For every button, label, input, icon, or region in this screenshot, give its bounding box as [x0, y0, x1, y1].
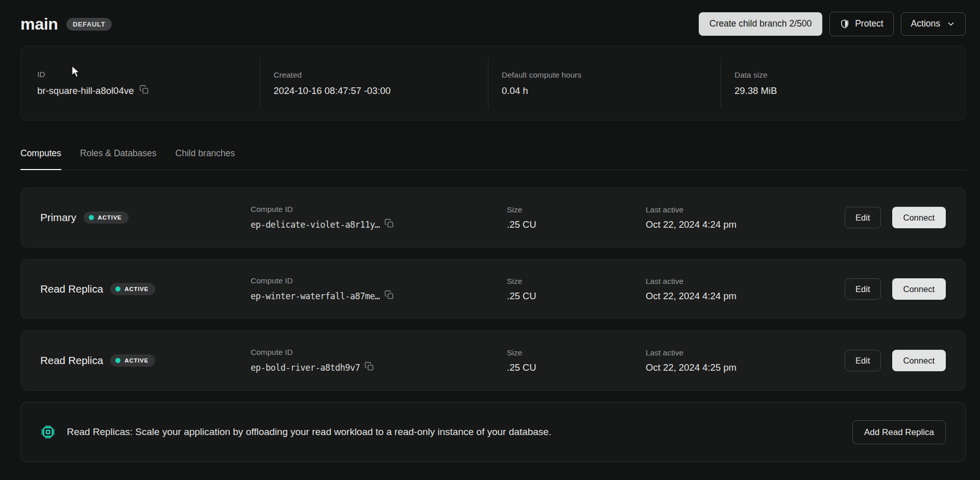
- status-badge: ACTIVE: [84, 211, 129, 224]
- protect-label: Protect: [855, 19, 883, 29]
- field-label: Created: [274, 70, 488, 80]
- page-header: main DEFAULT Create child branch 2/500 P…: [20, 12, 966, 36]
- meta-field-id: ID br-square-hill-a8ol04ve: [21, 58, 260, 109]
- data-size-value: 29.38 MiB: [734, 85, 965, 97]
- compute-name: Primary: [40, 211, 77, 224]
- status-label: ACTIVE: [125, 357, 149, 364]
- compute-row: Read Replica ACTIVE Compute ID ep-winter…: [20, 259, 966, 319]
- branch-id-value: br-square-hill-a8ol04ve: [37, 85, 134, 97]
- row-actions: Edit Connect: [845, 350, 946, 372]
- meta-field-data-size: Data size 29.38 MiB: [721, 58, 965, 109]
- size-value: .25 CU: [507, 362, 646, 373]
- compute-id-value: ep-delicate-violet-a8r11y…: [251, 220, 380, 230]
- last-active-cell: Last active Oct 22, 2024 4:25 pm: [646, 348, 845, 373]
- tab-roles-databases[interactable]: Roles & Databases: [80, 148, 157, 170]
- status-dot-icon: [115, 286, 120, 292]
- copy-icon[interactable]: [384, 290, 394, 302]
- edit-button[interactable]: Edit: [845, 278, 880, 300]
- last-active-value: Oct 22, 2024 4:25 pm: [646, 362, 845, 373]
- status-dot-icon: [89, 215, 94, 220]
- tab-child-branches[interactable]: Child branches: [176, 148, 235, 170]
- compute-name-cell: Primary ACTIVE: [40, 211, 251, 224]
- size-column-label: Size: [507, 348, 646, 357]
- status-dot-icon: [115, 358, 120, 363]
- computes-list: Primary ACTIVE Compute ID ep-delicate-vi…: [20, 187, 966, 391]
- compute-name: Read Replica: [40, 354, 103, 367]
- compute-id-cell: Compute ID ep-delicate-violet-a8r11y…: [251, 205, 507, 231]
- actions-label: Actions: [911, 19, 940, 29]
- edit-button[interactable]: Edit: [845, 207, 880, 229]
- compute-id-cell: Compute ID ep-winter-waterfall-a87me…: [251, 276, 507, 302]
- last-active-column-label: Last active: [646, 348, 845, 357]
- field-label: Data size: [734, 70, 965, 80]
- branch-meta-card: ID br-square-hill-a8ol04ve Created 2024-…: [20, 46, 966, 121]
- row-actions: Edit Connect: [845, 278, 946, 300]
- compute-id-column-label: Compute ID: [251, 276, 507, 285]
- status-label: ACTIVE: [98, 214, 122, 221]
- protect-button[interactable]: Protect: [829, 12, 893, 36]
- last-active-column-label: Last active: [646, 277, 845, 286]
- chip-icon: [40, 424, 56, 440]
- connect-button[interactable]: Connect: [892, 278, 946, 300]
- chevron-down-icon: [946, 19, 955, 29]
- copy-icon[interactable]: [384, 219, 394, 231]
- size-cell: Size .25 CU: [507, 205, 646, 230]
- size-cell: Size .25 CU: [507, 277, 646, 302]
- compute-id-column-label: Compute ID: [251, 348, 507, 357]
- copy-icon[interactable]: [139, 85, 149, 97]
- meta-field-compute-hours: Default compute hours 0.04 h: [488, 58, 721, 109]
- header-actions: Create child branch 2/500 Protect Action…: [699, 12, 966, 36]
- add-read-replica-button[interactable]: Add Read Replica: [852, 420, 946, 444]
- last-active-value: Oct 22, 2024 4:24 pm: [646, 291, 845, 302]
- compute-hours-value: 0.04 h: [502, 85, 721, 97]
- read-replica-description: Read Replicas: Scale your application by…: [67, 426, 551, 438]
- last-active-cell: Last active Oct 22, 2024 4:24 pm: [646, 277, 845, 302]
- edit-button[interactable]: Edit: [845, 350, 880, 372]
- created-value: 2024-10-16 08:47:57 -03:00: [274, 85, 488, 97]
- status-badge: ACTIVE: [110, 354, 155, 367]
- status-label: ACTIVE: [125, 286, 149, 292]
- actions-button[interactable]: Actions: [901, 12, 966, 36]
- compute-id-column-label: Compute ID: [251, 205, 507, 214]
- tab-computes[interactable]: Computes: [20, 148, 61, 170]
- size-value: .25 CU: [507, 291, 646, 302]
- field-label: Default compute hours: [502, 70, 721, 80]
- compute-row: Read Replica ACTIVE Compute ID ep-bold-r…: [20, 330, 966, 391]
- branch-page: main DEFAULT Create child branch 2/500 P…: [20, 0, 966, 462]
- compute-id-value: ep-winter-waterfall-a87me…: [251, 291, 380, 301]
- page-title: main: [20, 15, 58, 34]
- size-cell: Size .25 CU: [507, 348, 646, 373]
- create-child-branch-button[interactable]: Create child branch 2/500: [699, 12, 822, 36]
- compute-id-value: ep-bold-river-a8tdh9v7: [251, 363, 360, 373]
- field-label: ID: [37, 70, 260, 79]
- connect-button[interactable]: Connect: [892, 207, 946, 229]
- read-replica-banner: Read Replicas: Scale your application by…: [20, 402, 966, 462]
- default-badge: DEFAULT: [66, 18, 112, 31]
- status-badge: ACTIVE: [110, 283, 155, 295]
- size-column-label: Size: [507, 205, 646, 214]
- compute-id-cell: Compute ID ep-bold-river-a8tdh9v7: [251, 348, 507, 374]
- size-column-label: Size: [507, 277, 646, 286]
- last-active-column-label: Last active: [646, 205, 845, 214]
- connect-button[interactable]: Connect: [892, 350, 946, 372]
- row-actions: Edit Connect: [845, 207, 946, 229]
- compute-row: Primary ACTIVE Compute ID ep-delicate-vi…: [20, 187, 966, 248]
- last-active-cell: Last active Oct 22, 2024 4:24 pm: [646, 205, 845, 230]
- compute-name: Read Replica: [40, 283, 103, 295]
- last-active-value: Oct 22, 2024 4:24 pm: [646, 219, 845, 230]
- copy-icon[interactable]: [364, 362, 374, 374]
- compute-name-cell: Read Replica ACTIVE: [40, 283, 251, 295]
- size-value: .25 CU: [507, 219, 646, 230]
- compute-name-cell: Read Replica ACTIVE: [40, 354, 251, 367]
- tab-bar: Computes Roles & Databases Child branche…: [20, 148, 966, 170]
- shield-icon: [840, 19, 850, 29]
- meta-field-created: Created 2024-10-16 08:47:57 -03:00: [260, 58, 488, 109]
